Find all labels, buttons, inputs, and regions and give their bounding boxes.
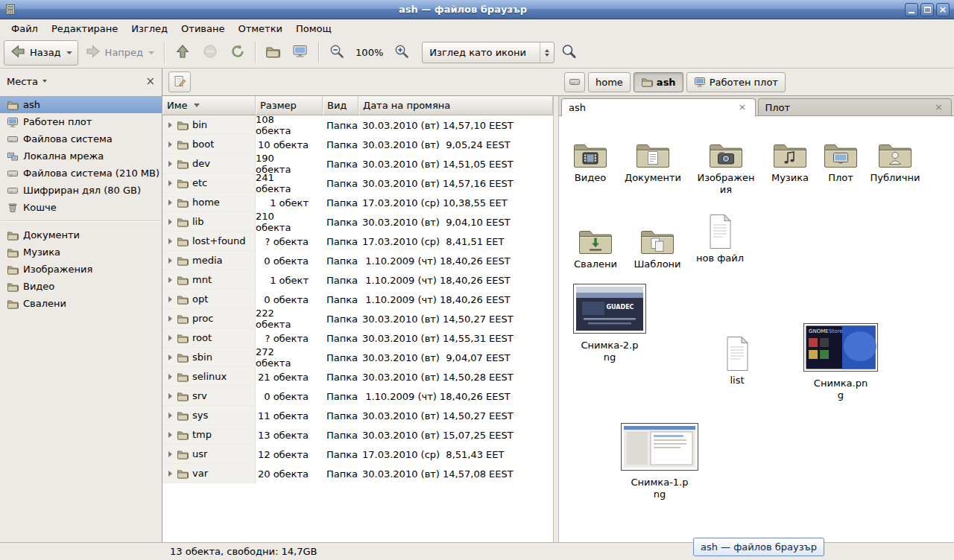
breadcrumb-работен-плот[interactable]: Работен плот: [686, 72, 786, 92]
expander-icon[interactable]: [168, 335, 172, 341]
tab-плот[interactable]: Плот×: [758, 98, 953, 115]
icon-item-документи[interactable]: Документи: [619, 128, 687, 184]
zoom-in-button[interactable]: [388, 40, 415, 66]
sidebar-item-шифриран-дял-80-gb-[interactable]: Шифриран дял (80 GB): [0, 182, 162, 199]
expander-icon[interactable]: [168, 161, 172, 167]
icon-item-изображения[interactable]: Изображения: [692, 128, 760, 197]
stop-button[interactable]: [197, 40, 224, 66]
expander-icon[interactable]: [168, 354, 172, 360]
table-row-usr[interactable]: usr12 обектаПапка17.03.2010 (ср) 8,51,43…: [162, 445, 553, 464]
icon-item-нов-файл[interactable]: нов файл: [686, 209, 754, 264]
expander-icon[interactable]: [168, 219, 172, 225]
table-row-bin[interactable]: bin108 обектаПапка30.03.2010 (вт) 14,57,…: [162, 115, 553, 135]
tab-close-icon[interactable]: ×: [737, 102, 748, 113]
sidebar-item-видео[interactable]: Видео: [0, 278, 162, 295]
icon-item-шаблони[interactable]: Шаблони: [623, 214, 692, 270]
expander-icon[interactable]: [168, 413, 172, 419]
back-history-dropdown-icon[interactable]: [66, 51, 72, 54]
column-header-дата-на-промяна[interactable]: Дата на промяна: [358, 96, 553, 115]
breadcrumb-ash[interactable]: ash: [634, 72, 683, 92]
table-row-dev[interactable]: dev190 обектаПапка30.03.2010 (вт) 14,51,…: [162, 154, 553, 174]
combo-spinner-icon[interactable]: [540, 42, 554, 63]
expander-icon[interactable]: [168, 374, 172, 380]
expander-icon[interactable]: [168, 238, 172, 244]
tab-ash[interactable]: ash×: [561, 98, 756, 116]
icon-view[interactable]: ВидеоДокументиИзображенияМузикаПлотПубли…: [559, 116, 954, 542]
table-row-tmp[interactable]: tmp13 обектаПапка30.03.2010 (вт) 15,07,2…: [162, 425, 553, 445]
expander-icon[interactable]: [168, 141, 172, 147]
table-row-srv[interactable]: srv0 обектаПапка 1.10.2009 (чт) 18,40,26…: [162, 386, 553, 406]
sidebar-close-icon[interactable]: ×: [145, 76, 155, 87]
expander-icon[interactable]: [168, 258, 172, 264]
icon-item-свалени[interactable]: Свалени: [561, 214, 630, 270]
icon-item-публични[interactable]: Публични: [861, 128, 929, 184]
expander-icon[interactable]: [168, 432, 172, 438]
table-row-root[interactable]: root? обектаПапка30.03.2010 (вт) 14,55,3…: [162, 328, 553, 348]
expander-icon[interactable]: [168, 316, 172, 322]
table-row-lost+found[interactable]: lost+found? обектаПапка17.03.2010 (ср) 8…: [162, 232, 553, 251]
table-row-proc[interactable]: proc222 обектаПапка30.03.2010 (вт) 14,50…: [162, 309, 553, 328]
table-row-lib[interactable]: lib210 обектаПапка30.03.2010 (вт) 9,04,1…: [162, 212, 553, 232]
pane-splitter[interactable]: [553, 95, 559, 542]
breadcrumb-home[interactable]: home: [588, 72, 631, 92]
sidebar-item-файлова-система-210-mb-[interactable]: Файлова система (210 MB): [0, 165, 162, 182]
table-row-mnt[interactable]: mnt1 обектПапка 1.10.2009 (чт) 18,40,26 …: [162, 270, 553, 290]
forward-button[interactable]: Напред: [79, 40, 160, 66]
reload-button[interactable]: [224, 40, 251, 66]
menu-отиване[interactable]: Отиване: [174, 19, 231, 37]
table-row-selinux[interactable]: selinux21 обектаПапка30.03.2010 (вт) 14,…: [162, 367, 553, 386]
up-button[interactable]: [169, 40, 196, 66]
maximize-button[interactable]: [920, 3, 934, 16]
sidebar-item-файлова-система[interactable]: Файлова система: [0, 130, 162, 147]
breadcrumb-root[interactable]: [564, 72, 585, 92]
zoom-out-button[interactable]: [323, 40, 350, 66]
table-row-boot[interactable]: boot10 обектаПапка30.03.2010 (вт) 9,05,2…: [162, 135, 553, 154]
table-row-media[interactable]: media0 обектаПапка 1.10.2009 (чт) 18,40,…: [162, 251, 553, 270]
icon-item-снимка.png[interactable]: GNOMEStoreСнимка.png: [806, 323, 875, 402]
table-row-etc[interactable]: etc241 обектаПапка30.03.2010 (вт) 14,57,…: [162, 174, 553, 193]
close-button[interactable]: ×: [936, 3, 950, 16]
icon-item-list[interactable]: list: [703, 331, 771, 386]
menu-отметки[interactable]: Отметки: [231, 19, 288, 37]
sidebar-item-кошче[interactable]: Кошче: [0, 199, 162, 216]
expander-icon[interactable]: [168, 393, 172, 399]
column-header-вид[interactable]: Вид: [323, 96, 358, 115]
table-row-var[interactable]: var20 обектаПапка30.03.2010 (вт) 14,57,0…: [162, 464, 553, 483]
taskbar-window-button[interactable]: ash — файлов браузър: [693, 538, 824, 556]
expander-icon[interactable]: [168, 200, 172, 206]
minimize-button[interactable]: [905, 3, 918, 16]
sidebar-item-работен-плот[interactable]: Работен плот: [0, 113, 162, 130]
table-row-opt[interactable]: opt0 обектаПапка 1.10.2009 (чт) 18,40,26…: [162, 290, 553, 309]
sidebar-title[interactable]: Места: [7, 76, 38, 87]
sidebar-item-документи[interactable]: Документи: [0, 226, 162, 244]
search-button[interactable]: [555, 40, 582, 66]
icon-item-снимка-1.png[interactable]: Снимка-1.png: [625, 423, 694, 501]
menu-помощ[interactable]: Помощ: [289, 19, 338, 37]
sidebar-item-музика[interactable]: Музика: [0, 244, 162, 261]
expander-icon[interactable]: [168, 277, 172, 283]
expander-icon[interactable]: [168, 471, 172, 477]
sidebar-item-ash[interactable]: ash: [0, 96, 162, 113]
home-button[interactable]: [260, 40, 285, 66]
menu-редактиране[interactable]: Редактиране: [45, 19, 124, 37]
column-header-име[interactable]: Име: [162, 96, 256, 115]
expander-icon[interactable]: [168, 451, 172, 457]
sidebar-dropdown-icon[interactable]: [42, 80, 47, 83]
column-header-размер[interactable]: Размер: [256, 96, 323, 115]
sidebar-item-изображения[interactable]: Изображения: [0, 261, 162, 278]
expander-icon[interactable]: [168, 296, 172, 302]
location-toggle-button[interactable]: [168, 71, 191, 92]
tab-close-icon[interactable]: ×: [933, 102, 944, 113]
sidebar-item-локална-мрежа[interactable]: Локална мрежа: [0, 147, 162, 165]
computer-button[interactable]: [286, 40, 315, 66]
titlebar[interactable]: ash — файлов браузър ×: [0, 0, 954, 19]
back-button[interactable]: Назад: [4, 40, 78, 66]
table-row-sbin[interactable]: sbin272 обектаПапка30.03.2010 (вт) 9,04,…: [162, 348, 553, 367]
expander-icon[interactable]: [168, 180, 172, 186]
view-mode-select[interactable]: Изглед като икони: [422, 42, 555, 63]
menu-изглед[interactable]: Изглед: [124, 19, 174, 37]
icon-item-видео[interactable]: Видео: [559, 128, 625, 184]
icon-item-снимка-2.png[interactable]: GUADECСнимка-2.png: [575, 284, 644, 364]
menu-файл[interactable]: Файл: [4, 19, 45, 37]
expander-icon[interactable]: [168, 122, 172, 128]
